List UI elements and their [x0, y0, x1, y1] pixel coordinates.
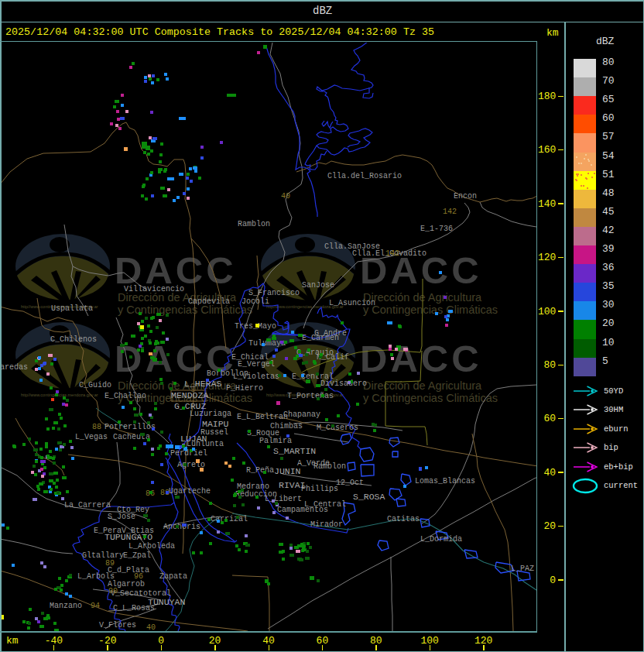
svg-text:Mirador: Mirador [310, 520, 343, 529]
svg-text:Ramblon: Ramblon [313, 462, 346, 471]
svg-text:S_ROSA: S_ROSA [353, 492, 385, 502]
svg-text:SanJose: SanJose [302, 281, 334, 290]
svg-text:S_Jose: S_Jose [108, 513, 135, 521]
svg-text:89: 89 [105, 559, 115, 568]
svg-text:aredas: aredas [0, 363, 28, 372]
svg-text:E_1-736: E_1-736 [420, 225, 453, 233]
svg-text:S_Francisco: S_Francisco [248, 289, 300, 297]
svg-text:L_PAZ: L_PAZ [511, 564, 534, 573]
svg-text:E_L_Beltran: E_L_Beltran [237, 413, 288, 421]
svg-text:94: 94 [91, 602, 100, 610]
svg-text:L_HERAS: L_HERAS [184, 379, 221, 389]
svg-text:P_Hierro: P_Hierro [226, 384, 263, 393]
svg-text:Palmira: Palmira [259, 437, 292, 445]
svg-text:90: 90 [108, 587, 118, 595]
svg-text:Zapata: Zapata [159, 572, 187, 581]
svg-text:JUNIN: JUNIN [274, 466, 301, 476]
svg-text:C_L_Rosas: C_L_Rosas [113, 604, 155, 613]
svg-text:L_Dormida: L_Dormida [420, 535, 462, 544]
svg-text:Catitas: Catitas [387, 515, 420, 523]
svg-text:E_Challao: E_Challao [104, 392, 146, 400]
svg-text:Gltallary: Gltallary [82, 551, 124, 560]
svg-text:88: 88 [92, 423, 101, 431]
svg-text:C_Chilenos: C_Chilenos [50, 335, 97, 344]
svg-text:M_Caseros: M_Caseros [317, 424, 358, 432]
svg-text:L_Libert: L_Libert [265, 495, 302, 503]
svg-text:Chimbas: Chimbas [270, 422, 303, 431]
svg-text:Capdevila: Capdevila [188, 297, 230, 306]
svg-text:S_MARTIN: S_MARTIN [273, 446, 316, 456]
svg-text:142: 142 [443, 208, 457, 216]
svg-text:L_Vegas: L_Vegas [75, 433, 108, 441]
svg-text:12_Oct: 12_Oct [336, 479, 364, 487]
svg-text:L_Arboleda: L_Arboleda [128, 542, 175, 551]
svg-text:40: 40 [281, 192, 290, 201]
svg-text:96: 96 [134, 572, 143, 581]
svg-text:Lomas_Blancas: Lomas_Blancas [415, 477, 475, 486]
svg-text:Manzano: Manzano [50, 602, 82, 610]
svg-text:Clla.del_Rosario: Clla.del_Rosario [327, 172, 402, 180]
svg-text:MENDOZA: MENDOZA [171, 390, 208, 400]
svg-text:E_Vergel: E_Vergel [238, 360, 275, 369]
svg-text:Lunlunta: Lunlunta [187, 440, 224, 448]
svg-text:Campamentos: Campamentos [277, 506, 328, 514]
svg-text:Luzuriaga: Luzuriaga [190, 410, 231, 418]
svg-text:Chapanay: Chapanay [283, 410, 320, 419]
svg-text:Carrizal: Carrizal [211, 515, 248, 523]
svg-text:R_Peña: R_Peña [246, 466, 274, 475]
svg-text:Uspallata: Uspallata [51, 304, 93, 313]
svg-text:Encon: Encon [454, 192, 477, 201]
svg-text:Jocoli: Jocoli [242, 297, 269, 306]
svg-text:E_Zpal: E_Zpal [123, 551, 151, 560]
svg-text:La_Carrera: La_Carrera [64, 501, 111, 510]
svg-text:T_Porteñas: T_Porteñas [287, 392, 334, 400]
svg-text:Perdriel: Perdriel [170, 449, 207, 458]
svg-text:Ugarteche: Ugarteche [169, 487, 211, 496]
svg-text:E_Carmen: E_Carmen [302, 334, 339, 342]
svg-text:V_Flores: V_Flores [99, 621, 136, 630]
svg-text:Ramblon: Ramblon [238, 220, 270, 228]
svg-text:Divisadero: Divisadero [320, 379, 367, 388]
svg-text:Phillips: Phillips [301, 485, 338, 493]
svg-text:Villavicencio: Villavicencio [124, 285, 184, 293]
svg-text:142: 142 [385, 249, 399, 258]
svg-text:C_Guido: C_Guido [79, 381, 111, 389]
svg-text:L_Violetas: L_Violetas [233, 372, 279, 381]
svg-text:L_Asuncion: L_Asuncion [329, 299, 375, 307]
